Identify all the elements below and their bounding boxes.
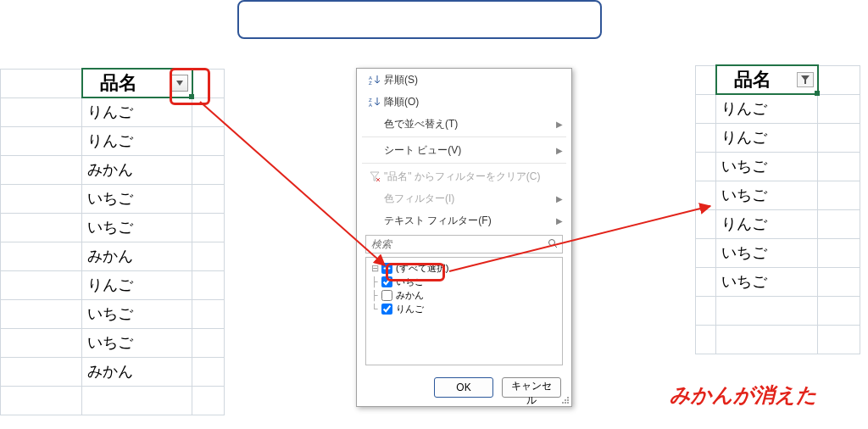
checkbox[interactable] [381, 290, 392, 301]
cell[interactable]: みかん [82, 357, 192, 386]
menu-sheet-view[interactable]: シート ビュー(V) ▶ [357, 139, 571, 161]
sort-asc-icon: AZ [365, 74, 384, 86]
svg-point-5 [567, 397, 569, 398]
clear-filter-icon [365, 170, 384, 182]
cell[interactable]: いちご [716, 267, 818, 296]
menu-sort-by-color[interactable]: 色で並べ替え(T) ▶ [357, 113, 571, 135]
cell[interactable]: りんご [716, 209, 818, 238]
check-item[interactable]: └ りんご [371, 302, 557, 315]
table-row: いちご [696, 267, 860, 296]
cell[interactable]: いちご [716, 238, 818, 267]
column-header[interactable]: 品名 [82, 69, 192, 98]
chevron-down-icon [176, 81, 183, 86]
check-label: いちご [396, 276, 424, 288]
checkbox[interactable] [381, 304, 392, 315]
svg-point-7 [567, 399, 569, 401]
table-row [696, 296, 860, 325]
sort-desc-icon: ZA [365, 96, 384, 108]
table-row: りんご [696, 209, 860, 238]
svg-point-8 [562, 402, 564, 404]
table-row: いちご [696, 181, 860, 209]
cell[interactable]: りんご [716, 94, 818, 123]
svg-point-10 [567, 402, 569, 404]
cell[interactable]: りんご [716, 123, 818, 152]
cell[interactable]: りんご [82, 126, 192, 155]
popup-button-bar: OK キャンセル [357, 370, 571, 406]
checkbox[interactable] [381, 263, 392, 274]
cancel-button[interactable]: キャンセル [502, 377, 561, 398]
checkbox[interactable] [381, 276, 392, 287]
table-row: 品名 [696, 65, 860, 94]
ok-button[interactable]: OK [434, 377, 493, 398]
table-row: いちご [1, 328, 225, 357]
table-row: りんご [696, 123, 860, 152]
funnel-icon [800, 75, 810, 85]
spreadsheet-after: 品名 りんご りんご いちご いちご りんご いちご いちご [695, 64, 860, 354]
table-row [1, 386, 225, 415]
chevron-right-icon: ▶ [556, 146, 563, 155]
menu-label: テキスト フィルター(F) [384, 214, 556, 228]
menu-label: シート ビュー(V) [384, 143, 556, 158]
menu-sort-asc[interactable]: AZ 昇順(S) [357, 69, 571, 91]
svg-point-9 [565, 402, 566, 404]
menu-label: "品名" からフィルターをクリア(C) [384, 170, 563, 184]
table-row: りんご [1, 270, 225, 299]
svg-text:Z: Z [369, 81, 372, 86]
cell-empty[interactable] [696, 65, 716, 94]
table-row: りんご [696, 94, 860, 123]
menu-label: 降順(O) [384, 95, 563, 109]
column-header[interactable]: 品名 [716, 65, 818, 94]
table-row: いちご [1, 184, 225, 213]
filter-active-button[interactable] [797, 72, 814, 87]
cell-empty[interactable] [192, 69, 225, 98]
cell[interactable]: みかん [82, 242, 192, 270]
table-row: みかん [1, 155, 225, 184]
cell-empty[interactable] [1, 69, 82, 98]
filter-dropdown-button[interactable] [171, 75, 188, 92]
search-icon[interactable] [543, 238, 562, 251]
filter-checklist: ⊟ (すべて選択) ├ いちご ├ みかん └ りんご [365, 257, 563, 365]
chevron-right-icon: ▶ [556, 120, 563, 129]
selection-handle[interactable] [815, 91, 820, 96]
annotation-caption: みかんが消えた [670, 382, 817, 409]
chevron-right-icon: ▶ [556, 194, 563, 203]
annotation-box [237, 0, 602, 39]
selection-handle[interactable] [189, 94, 194, 99]
cell[interactable]: いちご [716, 181, 818, 209]
separator [362, 163, 566, 164]
check-select-all[interactable]: ⊟ (すべて選択) [371, 261, 557, 275]
search-box [365, 235, 563, 254]
check-item[interactable]: ├ みかん [371, 288, 557, 302]
check-label: (すべて選択) [396, 262, 448, 275]
menu-sort-desc[interactable]: ZA 降順(O) [357, 91, 571, 113]
cell[interactable]: いちご [82, 184, 192, 213]
search-input[interactable] [366, 238, 543, 250]
menu-label: 色で並べ替え(T) [384, 117, 556, 131]
check-item[interactable]: ├ いちご [371, 275, 557, 288]
menu-color-filter: 色フィルター(I) ▶ [357, 187, 571, 209]
table-row: 品名 [1, 69, 225, 98]
table-row [696, 325, 860, 354]
cell[interactable]: いちご [82, 299, 192, 328]
table-row: いちご [1, 299, 225, 328]
menu-text-filter[interactable]: テキスト フィルター(F) ▶ [357, 209, 571, 231]
table-row: みかん [1, 242, 225, 270]
menu-label: 昇順(S) [384, 73, 563, 87]
column-header-label: 品名 [734, 69, 771, 90]
cell[interactable]: りんご [82, 270, 192, 299]
cell[interactable]: いちご [82, 328, 192, 357]
svg-point-6 [565, 399, 566, 401]
cell[interactable]: みかん [82, 155, 192, 184]
chevron-right-icon: ▶ [556, 216, 563, 226]
menu-label: 色フィルター(I) [384, 192, 556, 206]
cell-empty[interactable] [818, 65, 860, 94]
cell[interactable]: りんご [82, 98, 192, 126]
table-row: いちご [696, 238, 860, 267]
check-label: みかん [396, 289, 424, 302]
table-row: りんご [1, 126, 225, 155]
table-row: いちご [696, 152, 860, 181]
resize-grip-icon[interactable] [559, 394, 570, 404]
cell[interactable]: いちご [716, 152, 818, 181]
cell[interactable]: いちご [82, 213, 192, 242]
check-label: りんご [396, 303, 424, 315]
